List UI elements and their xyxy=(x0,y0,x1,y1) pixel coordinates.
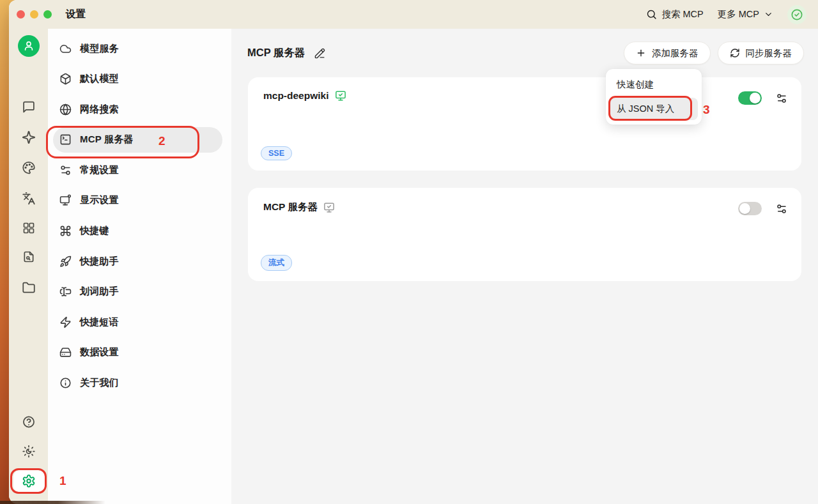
server-settings-icon[interactable] xyxy=(776,93,787,104)
menu-item-import-from-json[interactable]: 从 JSON 导入 xyxy=(610,98,698,120)
window-title: 设置 xyxy=(66,8,86,21)
languages-icon xyxy=(22,192,35,205)
add-server-button[interactable]: 添加服务器 xyxy=(624,42,711,65)
server-card-mcp-server[interactable]: MCP 服务器 流式 xyxy=(248,188,801,281)
menu-item-quick-create[interactable]: 快速创建 xyxy=(610,73,698,96)
mcp-servers-panel: MCP 服务器 添加服务器 同步服务器 快速创建 xyxy=(231,29,818,504)
rail-item-agents[interactable] xyxy=(22,130,36,147)
globe-icon xyxy=(59,103,72,116)
sidebar-item-selection-assistant[interactable]: 划词助手 xyxy=(53,279,222,305)
file-search-icon xyxy=(22,250,35,263)
zap-icon xyxy=(59,316,72,328)
circle-help-icon xyxy=(22,415,35,429)
sidebar-item-quick-phrases[interactable]: 快捷短语 xyxy=(53,309,222,335)
rail-item-files[interactable] xyxy=(22,281,35,297)
rocket-icon xyxy=(59,256,72,268)
sidebar-item-shortcuts[interactable]: 快捷键 xyxy=(53,218,222,244)
minimize-window-button[interactable] xyxy=(30,10,38,19)
chevron-down-icon xyxy=(764,10,773,19)
monitor-check-icon xyxy=(335,90,346,102)
status-badge[interactable] xyxy=(787,5,806,24)
hard-drive-icon xyxy=(59,346,72,358)
rail-item-paintings[interactable] xyxy=(22,161,35,177)
server-type-tag: SSE xyxy=(261,146,292,160)
desktop-edge-shadow xyxy=(0,501,105,504)
sidebar-item-web-search[interactable]: 网络搜索 xyxy=(53,96,222,122)
sidebar-item-display-settings[interactable]: 显示设置 xyxy=(53,188,222,213)
more-mcp-dropdown[interactable]: 更多 MCP xyxy=(718,8,773,20)
layout-grid-icon xyxy=(22,222,35,234)
settings-sidebar: 模型服务 默认模型 网络搜索 MCP 服务器 常规设置 显示设置 xyxy=(48,29,231,504)
server-name: mcp-deepwiki xyxy=(263,90,329,102)
sync-servers-button[interactable]: 同步服务器 xyxy=(718,42,805,65)
rail-item-translate[interactable] xyxy=(22,192,35,208)
toggle-knob xyxy=(750,93,760,103)
server-enabled-toggle[interactable] xyxy=(738,202,762,215)
server-enabled-toggle[interactable] xyxy=(738,91,762,105)
info-icon xyxy=(59,377,72,389)
search-icon xyxy=(646,9,657,20)
traffic-lights xyxy=(17,10,61,19)
search-label: 搜索 MCP xyxy=(662,8,704,20)
close-window-button[interactable] xyxy=(17,10,25,19)
command-icon xyxy=(59,225,72,237)
rail-item-chat[interactable] xyxy=(22,100,35,116)
rail-item-knowledge[interactable] xyxy=(22,250,35,266)
server-card-list: mcp-deepwiki SSE MCP 服务器 xyxy=(231,77,818,281)
sidebar-item-default-models[interactable]: 默认模型 xyxy=(53,66,222,92)
edit-title-icon[interactable] xyxy=(314,48,325,59)
sidebar-item-quick-assistant[interactable]: 快捷助手 xyxy=(53,248,222,274)
rail-item-theme-toggle[interactable] xyxy=(22,445,35,461)
sidebar-item-data-settings[interactable]: 数据设置 xyxy=(53,340,222,365)
sliders-icon xyxy=(59,164,72,176)
avatar xyxy=(18,35,40,57)
server-type-tag: 流式 xyxy=(261,255,292,271)
rail-item-apps[interactable] xyxy=(22,222,35,237)
refresh-icon xyxy=(730,48,740,58)
search-mcp-button[interactable]: 搜索 MCP xyxy=(646,8,704,20)
palette-icon xyxy=(22,161,35,174)
sidebar-item-mcp-servers[interactable]: MCP 服务器 xyxy=(53,127,222,153)
folder-icon xyxy=(22,281,35,294)
rail-item-settings[interactable] xyxy=(22,474,36,491)
more-mcp-label: 更多 MCP xyxy=(718,8,759,20)
page-title: MCP 服务器 xyxy=(247,46,305,60)
monitor-cog-icon xyxy=(59,194,72,206)
app-rail xyxy=(9,29,48,504)
rail-item-help[interactable] xyxy=(22,415,35,431)
titlebar: 设置 搜索 MCP 更多 MCP xyxy=(9,0,818,29)
zoom-window-button[interactable] xyxy=(43,10,52,19)
square-terminal-icon xyxy=(59,134,72,146)
monitor-check-icon xyxy=(323,202,335,213)
sparkle-icon xyxy=(22,130,36,144)
settings-gear-icon xyxy=(22,474,36,488)
plus-icon xyxy=(636,48,646,58)
message-square-icon xyxy=(22,100,35,114)
sidebar-item-general-settings[interactable]: 常规设置 xyxy=(53,157,222,183)
settings-window: 设置 搜索 MCP 更多 MCP xyxy=(9,0,818,504)
cloud-icon xyxy=(59,43,72,55)
rail-item-assistant[interactable] xyxy=(18,35,40,57)
server-settings-icon[interactable] xyxy=(776,203,787,215)
sun-moon-icon xyxy=(22,445,35,458)
panel-header: MCP 服务器 添加服务器 同步服务器 xyxy=(231,29,818,77)
text-cursor-input-icon xyxy=(59,286,72,298)
server-card-mcp-deepwiki[interactable]: mcp-deepwiki SSE xyxy=(248,77,801,171)
circle-check-icon xyxy=(791,8,803,21)
package-icon xyxy=(59,73,72,85)
toggle-knob xyxy=(739,203,750,214)
sidebar-item-model-services[interactable]: 模型服务 xyxy=(53,36,222,61)
sidebar-item-about-us[interactable]: 关于我们 xyxy=(53,370,222,396)
server-name: MCP 服务器 xyxy=(263,201,318,214)
add-server-dropdown: 快速创建 从 JSON 导入 xyxy=(606,69,702,125)
